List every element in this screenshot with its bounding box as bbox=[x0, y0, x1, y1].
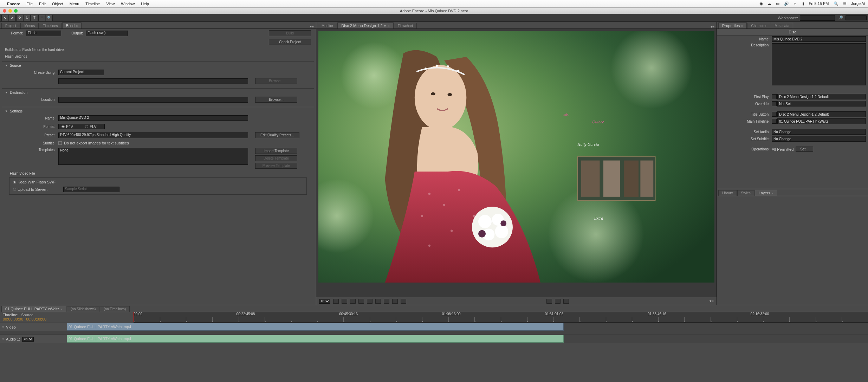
menu-help[interactable]: Help bbox=[141, 2, 149, 6]
search-input[interactable] bbox=[846, 15, 867, 20]
preset-dropdown[interactable]: F4V 640x480 29.97fps Standard High Quali… bbox=[58, 132, 248, 138]
menu-menu[interactable]: Menu bbox=[70, 2, 79, 6]
tab-styles[interactable]: Styles bbox=[737, 190, 754, 196]
cloud-icon[interactable]: ☁ bbox=[767, 1, 771, 6]
show-guides-icon[interactable] bbox=[342, 299, 347, 304]
selected-icon[interactable] bbox=[401, 299, 406, 304]
title-button-value[interactable]: Disc 2 Menu Design-1 2:Default bbox=[777, 111, 866, 117]
tab-metadata[interactable]: Metadata bbox=[771, 23, 793, 28]
tab-menus[interactable]: Menus bbox=[20, 23, 39, 28]
tab-project[interactable]: Project bbox=[1, 23, 20, 28]
sample-script-dropdown[interactable]: Sample Script bbox=[63, 187, 119, 192]
menu-preview[interactable]: mis Quince Haily Garcia Extra bbox=[318, 31, 714, 295]
preview-icon[interactable] bbox=[384, 299, 389, 304]
spotlight-icon[interactable]: 🔍 bbox=[834, 1, 838, 6]
title-button-link-icon[interactable] bbox=[772, 112, 777, 117]
prop-desc-input[interactable] bbox=[772, 43, 866, 85]
distribute-icon[interactable] bbox=[375, 299, 381, 304]
source-browse-button[interactable]: Browse... bbox=[255, 78, 297, 84]
routing-icon[interactable] bbox=[350, 299, 356, 304]
main-timeline-value[interactable]: 01 Quince FULL PARTY xWaltz bbox=[777, 118, 866, 124]
output-dropdown[interactable]: Flash (.swf) bbox=[86, 31, 128, 36]
name-input[interactable]: Mis Quince DVD 2 bbox=[58, 115, 248, 121]
format-dropdown[interactable]: Flash bbox=[26, 31, 61, 36]
menu-file[interactable]: File bbox=[26, 2, 33, 6]
timeline-timecode[interactable]: 00:00:00:00 bbox=[3, 317, 23, 321]
next-icon[interactable] bbox=[563, 299, 569, 304]
text-tool-icon[interactable]: T bbox=[31, 15, 38, 21]
clock[interactable]: Fri 5:15 PM bbox=[809, 1, 829, 6]
tab-no-timelines[interactable]: (no Timelines) bbox=[100, 306, 130, 312]
wifi-icon[interactable]: ᯤ bbox=[793, 1, 797, 6]
tab-properties[interactable]: Properties× bbox=[718, 22, 747, 28]
tab-flowchart[interactable]: Flowchart bbox=[394, 23, 417, 28]
link-icon[interactable] bbox=[555, 299, 561, 304]
video-clip[interactable]: 01 Quince FULL PARTY xWaltz.mp4 bbox=[67, 323, 564, 331]
tab-library[interactable]: Library bbox=[718, 190, 737, 196]
vertical-text-tool-icon[interactable]: ⊥ bbox=[38, 15, 45, 21]
status-icon[interactable]: ◉ bbox=[759, 1, 763, 6]
new-item-icon[interactable] bbox=[358, 299, 364, 304]
set-audio-value[interactable]: No Change bbox=[772, 129, 866, 135]
main-timeline-link-icon[interactable] bbox=[772, 119, 777, 124]
zoom-dropdown[interactable]: Fit bbox=[319, 299, 330, 304]
build-button[interactable]: Build bbox=[269, 30, 311, 36]
upload-to-server-radio[interactable]: Upload to Server: bbox=[13, 187, 48, 192]
timeline-ruler[interactable]: 00:00 00:22:45:08 00:45:30:16 01:08:16:0… bbox=[134, 312, 868, 323]
close-window-icon[interactable] bbox=[3, 9, 6, 13]
close-tab-icon[interactable]: × bbox=[76, 24, 78, 28]
workspace-dropdown[interactable] bbox=[800, 15, 835, 21]
first-play-value[interactable]: Disc 2 Menu Design-1 2:Default bbox=[777, 94, 866, 99]
tab-menu-design[interactable]: Disc 2 Menu Design-1 2 ▼× bbox=[337, 22, 393, 28]
selection-tool-icon[interactable]: ⬉ bbox=[1, 15, 8, 21]
source-timecode[interactable]: 00;00;00;00 bbox=[26, 317, 46, 321]
check-project-button[interactable]: Check Project bbox=[269, 39, 311, 45]
audio-lang-dropdown[interactable]: en bbox=[22, 337, 34, 342]
move-tool-icon[interactable]: ✥ bbox=[16, 15, 23, 21]
first-play-link-icon[interactable] bbox=[772, 94, 777, 99]
battery-icon[interactable]: ▮ bbox=[802, 1, 804, 6]
delete-template-button[interactable]: Delete Template bbox=[255, 155, 297, 161]
f4v-radio[interactable]: F4V bbox=[61, 124, 73, 129]
prop-name-input[interactable]: Mis Quince DVD 2 bbox=[772, 36, 866, 42]
keep-with-swf-radio[interactable]: Keep With Flash SWF bbox=[13, 180, 56, 184]
direct-select-tool-icon[interactable]: ⬈ bbox=[9, 15, 16, 21]
collapse-icon[interactable]: ▽ bbox=[2, 326, 4, 329]
zoom-tool-icon[interactable]: 🔍 bbox=[46, 15, 53, 21]
edit-quality-presets-button[interactable]: Edit Quality Presets... bbox=[255, 132, 299, 138]
flv-radio[interactable]: FLV bbox=[85, 124, 96, 129]
audio-clip[interactable]: 01 Quince FULL PARTY xWaltz.mp4 bbox=[67, 335, 564, 343]
zoom-window-icon[interactable] bbox=[14, 9, 18, 13]
align-icon[interactable] bbox=[367, 299, 373, 304]
panel-menu-icon[interactable]: ▾≡ bbox=[711, 25, 714, 28]
close-tab-icon[interactable]: × bbox=[388, 24, 389, 28]
volume-icon[interactable]: 🔊 bbox=[784, 1, 789, 6]
tab-character[interactable]: Character bbox=[747, 23, 770, 28]
panel-menu-icon[interactable]: ▾≡ bbox=[710, 299, 714, 303]
location-browse-button[interactable]: Browse... bbox=[255, 97, 297, 103]
source-path-input[interactable] bbox=[58, 78, 248, 84]
tab-timelines[interactable]: Timelines bbox=[39, 23, 61, 28]
user-name[interactable]: Jorge At bbox=[851, 1, 865, 6]
create-using-dropdown[interactable]: Current Project bbox=[58, 70, 104, 75]
source-section-header[interactable]: Source bbox=[2, 63, 314, 68]
destination-section-header[interactable]: Destination bbox=[2, 90, 314, 95]
templates-list[interactable]: None bbox=[58, 148, 248, 165]
panel-menu-icon[interactable]: ▾≡ bbox=[310, 25, 314, 28]
rotate-tool-icon[interactable]: ↻ bbox=[24, 15, 31, 21]
tab-build[interactable]: Build× bbox=[62, 22, 82, 28]
override-link-icon[interactable] bbox=[772, 101, 777, 106]
menu-app[interactable]: Encore bbox=[7, 2, 20, 6]
set-subtitle-value[interactable]: No Change bbox=[772, 136, 866, 142]
menu-timeline[interactable]: Timeline bbox=[85, 2, 100, 6]
subtitle-checkbox[interactable] bbox=[58, 141, 62, 145]
collapse-icon[interactable]: ▽ bbox=[2, 338, 4, 341]
settings-section-header[interactable]: Settings bbox=[2, 109, 314, 114]
prev-icon[interactable] bbox=[546, 299, 552, 304]
preview-template-button[interactable]: Preview Template bbox=[255, 163, 297, 169]
import-template-button[interactable]: Import Template bbox=[255, 148, 297, 154]
location-input[interactable] bbox=[58, 97, 248, 103]
tab-monitor[interactable]: Monitor bbox=[318, 23, 337, 28]
highlight-icon[interactable] bbox=[392, 299, 398, 304]
tab-timeline-clip[interactable]: 01 Quince FULL PARTY xWaltz× bbox=[1, 306, 66, 312]
